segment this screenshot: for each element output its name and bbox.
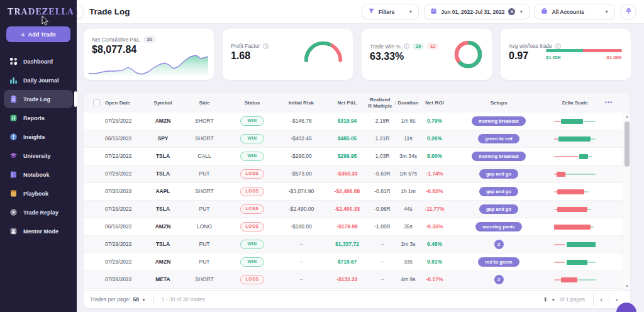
cell-status: LOSS xyxy=(228,222,276,231)
sidebar-item-mentor-mode[interactable]: Mentor Mode xyxy=(4,222,73,240)
cell-zella-scale xyxy=(548,223,602,231)
more-options-icon[interactable]: ••• xyxy=(605,99,613,106)
cell-symbol: TSLA xyxy=(145,241,180,247)
scroll-up-icon[interactable]: ▲ xyxy=(623,113,630,120)
table-row[interactable]: 07/29/2022TSLAPUTLOSS-$2,490.00-$2,400.3… xyxy=(84,201,630,218)
page-number[interactable]: 1 xyxy=(544,296,547,303)
zella-scale-chart xyxy=(554,188,596,196)
cell-net-roi: 9.91% xyxy=(419,259,450,265)
setup-tag[interactable]: morning breakout xyxy=(472,152,526,161)
col-header-net-p-l[interactable]: Net P&L xyxy=(326,100,368,106)
cell-net-roi: -11.77% xyxy=(419,206,450,212)
setup-tag[interactable]: red to green xyxy=(478,257,519,267)
cell-net-pl: -$2,400.33 xyxy=(326,206,368,212)
stats-cards-row: Net Cumulative P&L 30 $8,077.84 Profit F… xyxy=(84,29,631,80)
cell-initial-risk: -$573.00 xyxy=(276,170,326,177)
setup-tag[interactable]: gap and go xyxy=(479,187,518,196)
cell-symbol: AMZN xyxy=(145,259,180,265)
prev-page-button[interactable]: ‹ xyxy=(594,293,609,306)
net-cumulative-pl-card: Net Cumulative P&L 30 $8,077.84 xyxy=(84,29,214,80)
table-row[interactable]: 07/29/2022TSLAPUTWIN–$1,337.72–2m 3s6.46… xyxy=(84,236,630,254)
clear-date-icon[interactable]: ✕ xyxy=(508,8,515,15)
cell-zella-scale xyxy=(548,188,602,196)
table-row[interactable]: 06/16/2022AMZNLONGLOSS-$180.00-$179.98-1… xyxy=(84,218,630,236)
table-row[interactable]: 07/29/2022AMZNSHORTWIN-$146.76$319.942.1… xyxy=(84,113,630,130)
table-row[interactable]: 07/22/2022TSLACALLWIN-$290.00$299.951.03… xyxy=(84,148,630,165)
cell-setups: 2 xyxy=(450,240,548,249)
cell-side: PUT xyxy=(180,206,228,212)
col-header-status[interactable]: Status xyxy=(228,100,276,106)
date-range-picker[interactable]: Jun 01, 2022-Jul 31, 2022 ✕ ▼ xyxy=(424,4,530,20)
zella-box-red xyxy=(554,225,591,230)
setup-tag[interactable]: gap and go xyxy=(479,204,518,214)
cell-realized-r: 1.03R xyxy=(368,153,397,159)
sidebar-item-daily-journal[interactable]: Daily Journal xyxy=(4,71,73,89)
table-scrollbar[interactable]: ▲ ▼ xyxy=(623,113,630,290)
col-header-zella-scale[interactable]: Zella Scale xyxy=(548,100,602,106)
cell-side: SHORT xyxy=(180,188,228,194)
per-page-value[interactable]: 50 xyxy=(133,296,138,303)
cell-realized-r: -0.81R xyxy=(368,188,397,194)
col-header-label: Zella Scale xyxy=(562,100,587,106)
trade-win-card: Trade Win % i 19 11 63.33% xyxy=(362,29,492,80)
info-icon[interactable]: i xyxy=(263,43,269,49)
setup-count-badge[interactable]: 2 xyxy=(494,275,504,284)
setup-tag[interactable]: morning panic xyxy=(475,222,522,231)
scroll-down-icon[interactable]: ▼ xyxy=(623,282,630,290)
table-row[interactable]: 07/29/2022AMZNPUTWIN–$719.67–33s9.91%red… xyxy=(84,254,630,271)
cell-status: LOSS xyxy=(228,187,276,196)
cell-setups: morning breakout xyxy=(450,116,548,126)
setup-tag[interactable]: gap and go xyxy=(479,169,518,179)
table-row[interactable]: 07/28/2022METASHORTLOSS–-$132.22–4m 9s-0… xyxy=(84,271,630,289)
table-row[interactable]: 06/15/2022SPYSHORTWIN-$402.45$485.051.21… xyxy=(84,130,630,148)
filters-dropdown[interactable]: Filters ▼ xyxy=(362,4,419,20)
wins-count-badge: 19 xyxy=(413,43,424,50)
sidebar-item-playbook[interactable]: Playbook xyxy=(4,184,73,203)
table-row[interactable]: 07/20/2022AAPLSHORTLOSS-$3,074.90-$2,486… xyxy=(84,183,630,201)
chevron-down-icon[interactable]: ▼ xyxy=(551,298,555,302)
col-header-symbol[interactable]: Symbol xyxy=(145,100,180,106)
notifications-button[interactable] xyxy=(620,4,636,20)
setup-count-badge[interactable]: 2 xyxy=(494,240,504,249)
plus-icon: + xyxy=(21,31,25,38)
info-icon[interactable]: i xyxy=(555,43,561,49)
col-header-duration[interactable]: Duration xyxy=(397,100,419,106)
sidebar-item-university[interactable]: University xyxy=(4,147,73,165)
info-icon[interactable]: i xyxy=(404,43,409,49)
add-trade-button[interactable]: + Add Trade xyxy=(6,26,70,42)
cell-setups: gap and go xyxy=(450,204,548,214)
col-header-net-roi[interactable]: Net ROI xyxy=(419,100,450,106)
cell-duration: 35s xyxy=(397,223,419,230)
setup-tag[interactable]: green to red xyxy=(478,134,519,143)
setup-tag[interactable]: morning breakout xyxy=(472,116,526,126)
sidebar-item-label: Mentor Mode xyxy=(23,228,58,235)
cell-status: WIN xyxy=(228,116,276,125)
sidebar-item-notebook[interactable]: Notebook xyxy=(4,165,73,184)
cell-setups: green to red xyxy=(450,134,548,143)
col-header-realized-r-multiple[interactable]: Realized R Multiple↓ xyxy=(368,97,397,109)
col-header-side[interactable]: Side xyxy=(180,100,228,106)
sidebar-item-trade-replay[interactable]: Trade Replay xyxy=(4,203,73,221)
chevron-down-icon[interactable]: ▼ xyxy=(142,298,146,302)
zella-scale-chart xyxy=(554,241,596,248)
cell-status: WIN xyxy=(228,134,276,143)
col-header-initial-risk[interactable]: Initial Risk xyxy=(276,100,326,106)
zella-line-green xyxy=(587,262,596,263)
sidebar-item-insights[interactable]: Insights xyxy=(4,128,73,146)
scrollbar-thumb[interactable] xyxy=(625,121,630,167)
sidebar-item-trade-log[interactable]: Trade Log xyxy=(4,90,73,108)
cell-net-pl: $299.95 xyxy=(326,153,368,159)
zella-line-red xyxy=(554,156,579,157)
table-row[interactable]: 07/29/2022TSLAPUTLOSS-$573.00-$360.33-0.… xyxy=(84,165,630,183)
select-all-checkbox[interactable] xyxy=(93,99,100,106)
avg-win-loss-card: Avg win/loss trade i 0.97 $1.05K -$1.08K xyxy=(501,29,631,80)
col-header-open-date[interactable]: Open Date xyxy=(101,100,145,106)
cell-setups: 2 xyxy=(450,275,548,284)
col-header-label: Initial Risk xyxy=(289,100,314,106)
accounts-dropdown[interactable]: All Accounts ▼ xyxy=(535,4,615,20)
col-header-setups[interactable]: Setups xyxy=(450,100,548,106)
zella-scale-chart xyxy=(554,118,596,125)
sidebar-item-reports[interactable]: Reports xyxy=(4,109,73,127)
col-header-more[interactable]: ••• xyxy=(602,99,616,106)
sidebar-item-dashboard[interactable]: Dashboard xyxy=(4,52,73,70)
